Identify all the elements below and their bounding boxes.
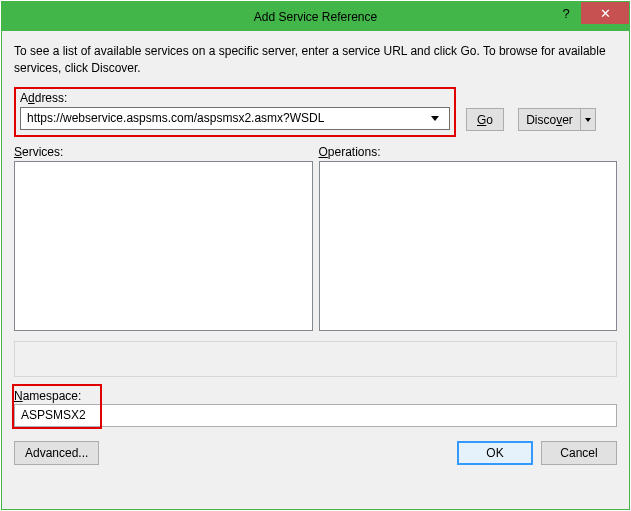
chevron-down-icon[interactable] [427, 111, 443, 125]
dialog-body: To see a list of available services on a… [2, 31, 629, 509]
namespace-row [14, 404, 617, 427]
ok-button[interactable]: OK [457, 441, 533, 465]
titlebar[interactable]: Add Service Reference ? ✕ [2, 2, 629, 31]
address-combobox[interactable]: https://webservice.aspsms.com/aspsmsx2.a… [20, 107, 450, 130]
services-column: Services: [14, 145, 313, 331]
address-highlight: Address: https://webservice.aspsms.com/a… [14, 87, 456, 137]
services-listbox[interactable] [14, 161, 313, 331]
operations-listbox[interactable] [319, 161, 618, 331]
discover-button[interactable]: Discover [518, 108, 580, 131]
window-title: Add Service Reference [2, 10, 629, 24]
footer-row: Advanced... OK Cancel [14, 441, 617, 465]
help-icon: ? [562, 6, 569, 21]
help-button[interactable]: ? [551, 2, 581, 24]
chevron-down-icon [585, 118, 591, 122]
dialog-window: Add Service Reference ? ✕ To see a list … [1, 1, 630, 510]
status-panel [14, 341, 617, 377]
address-value: https://webservice.aspsms.com/aspsmsx2.a… [27, 111, 427, 125]
discover-split-button: Discover [518, 108, 596, 131]
discover-dropdown-button[interactable] [580, 108, 596, 131]
lists-row: Services: Operations: [14, 145, 617, 331]
go-button[interactable]: Go [466, 108, 504, 131]
advanced-button[interactable]: Advanced... [14, 441, 99, 465]
namespace-label: Namespace: [14, 389, 617, 403]
cancel-button[interactable]: Cancel [541, 441, 617, 465]
namespace-input[interactable] [14, 404, 617, 427]
instruction-text: To see a list of available services on a… [14, 43, 617, 77]
window-controls: ? ✕ [551, 2, 629, 24]
close-button[interactable]: ✕ [581, 2, 629, 24]
services-label: Services: [14, 145, 313, 159]
operations-label: Operations: [319, 145, 618, 159]
close-icon: ✕ [600, 6, 611, 21]
address-label: Address: [20, 91, 450, 105]
operations-column: Operations: [319, 145, 618, 331]
address-row: Address: https://webservice.aspsms.com/a… [14, 87, 617, 137]
namespace-group: Namespace: [14, 389, 617, 427]
